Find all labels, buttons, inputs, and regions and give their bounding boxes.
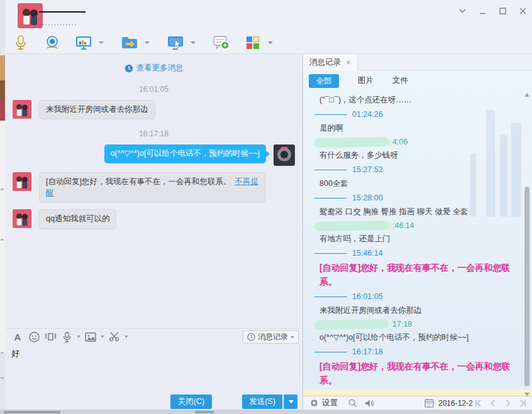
settings-label[interactable]: 设置 <box>322 398 338 408</box>
redaction-blob <box>314 220 389 231</box>
records-tab-label: 消息记录 <box>309 57 341 68</box>
redaction-blob <box>314 136 389 147</box>
records-list[interactable]: ("¯□¯)，这个点还在呀…… 01:24:26 是的啊 4:06 有什么服务，… <box>303 91 532 398</box>
chat-toolbar <box>5 31 532 54</box>
app-grid-icon[interactable] <box>245 35 261 51</box>
speaker-icon[interactable] <box>364 398 375 409</box>
chat-timestamp: 16:17:18 <box>5 129 302 138</box>
remote-desktop-caret-icon[interactable] <box>191 41 196 44</box>
record-message: 来我附近开房间或者去你那边 <box>319 304 520 317</box>
message-bubble[interactable]: qq通知我就可以的 <box>39 209 116 229</box>
records-filters: 全部 图片 文件 <box>303 70 532 91</box>
send-file-caret-icon[interactable] <box>145 41 150 44</box>
close-button[interactable]: 关闭(C) <box>170 395 212 409</box>
message-input[interactable]: 好 <box>5 345 302 395</box>
history-caret-icon <box>291 336 294 339</box>
image-caret-icon[interactable] <box>101 335 104 338</box>
chat-panel: 查看更多消息 16:01:05 来我附近开房间或者去你那边 16:17:18 o… <box>5 54 302 410</box>
magnifier-icon[interactable] <box>346 398 358 409</box>
chat-window: ············· <box>5 0 532 410</box>
filter-files[interactable]: 文件 <box>392 75 408 86</box>
prev-page-icon[interactable] <box>489 399 497 408</box>
audio-caret-icon[interactable] <box>77 335 80 338</box>
next-page-icon[interactable] <box>504 399 513 408</box>
chat-timestamp: 16:01:05 <box>5 85 302 94</box>
send-file-icon[interactable] <box>121 35 138 51</box>
message-bubble[interactable]: [自动回复]您好，我现在有事不在，一会再和您联系。不再提醒 <box>39 172 265 203</box>
outgoing-message-row: o(*^▽^*)o[可以给个电话不，预约的时候~~] <box>5 144 302 166</box>
incoming-message-row: qq通知我就可以的 <box>5 209 302 229</box>
incoming-message-row: [自动回复]您好，我现在有事不在，一会再和您联系。不再提醒 <box>5 172 302 203</box>
image-icon[interactable] <box>84 330 97 343</box>
record-autoreply-message: [自动回复]您好，我现在有事不在，一会再和您联系。 <box>319 359 520 387</box>
maximize-icon[interactable] <box>497 5 508 16</box>
audio-icon[interactable] <box>60 330 73 343</box>
history-button-label: 消息记录 <box>258 332 288 342</box>
message-bubble[interactable]: o(*^▽^*)o[可以给个电话不，预约的时候~~] <box>104 144 266 163</box>
send-button[interactable]: 发送(S) <box>242 395 282 409</box>
close-icon[interactable] <box>517 5 528 16</box>
self-avatar[interactable] <box>274 144 295 166</box>
load-more-label: 查看更多消息 <box>136 63 184 74</box>
filter-images[interactable]: 图片 <box>358 75 374 86</box>
record-message: o(*^▽^*)o[可以给个电话不，预约的时候~~] <box>319 331 520 344</box>
gear-icon[interactable] <box>308 398 319 409</box>
record-redacted-line: :46:14 <box>314 219 520 232</box>
background-window-strip <box>0 0 5 414</box>
redaction-blob <box>314 319 389 329</box>
records-date[interactable]: 2016-12-2 <box>438 399 473 408</box>
peer-avatar[interactable] <box>13 172 31 191</box>
record-time-divider: 16:17:18 <box>314 346 520 358</box>
emoticon-icon[interactable] <box>28 330 40 343</box>
message-records-panel: 消息记录 × 全部 图片 文件 ("¯□¯)，这个点还在呀…… 01:24:26… <box>302 54 532 410</box>
record-autoreply-message: [自动回复]您好，我现在有事不在，一会再和您联系。 <box>319 261 520 288</box>
message-history-button[interactable]: 消息记录 <box>243 330 299 344</box>
peer-avatar[interactable] <box>13 209 31 228</box>
chat-message-list: 查看更多消息 16:01:05 来我附近开房间或者去你那边 16:17:18 o… <box>5 54 302 328</box>
tab-message-records[interactable]: 消息记录 × <box>303 54 358 70</box>
window-shake-icon[interactable] <box>44 330 57 343</box>
record-message: 有地方吗，还是上门 <box>319 232 520 245</box>
screen-demo-icon[interactable] <box>75 35 92 51</box>
send-options-caret-icon[interactable] <box>284 395 297 409</box>
autoreply-text: [自动回复]您好，我现在有事不在，一会再和您联系。 <box>46 177 231 186</box>
record-time-divider: 16:01:05 <box>314 290 520 303</box>
screenshot-caret-icon[interactable] <box>125 335 128 338</box>
action-bar: 关闭(C) 发送(S) <box>5 395 302 410</box>
records-tab-bar: 消息记录 × <box>303 54 532 70</box>
incoming-message-row: 来我附近开房间或者去你那边 <box>5 100 302 120</box>
records-footer: 设置 2016-12-2 <box>303 396 532 410</box>
clock-icon <box>247 333 255 341</box>
first-page-icon[interactable] <box>474 399 482 408</box>
calendar-icon[interactable] <box>423 398 435 409</box>
scrollbar-thumb[interactable] <box>524 187 529 386</box>
peer-name-redacted <box>39 11 86 13</box>
last-page-icon[interactable] <box>519 399 528 408</box>
screenshot-icon[interactable] <box>108 330 121 343</box>
background-window-sliver <box>0 410 532 414</box>
records-scrollbar[interactable] <box>523 91 531 398</box>
input-toolbar: A <box>5 328 302 345</box>
window-skin-menu-icon[interactable] <box>457 5 468 16</box>
record-redacted-line: 17:18 <box>314 318 520 330</box>
minimize-icon[interactable] <box>477 5 488 16</box>
close-tab-icon[interactable]: × <box>346 58 351 67</box>
microphone-icon[interactable] <box>13 35 29 51</box>
peer-avatar[interactable] <box>13 100 31 119</box>
peer-signature: ············· <box>39 21 77 28</box>
load-more-messages-link[interactable]: 查看更多消息 <box>125 63 184 74</box>
remote-desktop-icon[interactable] <box>167 35 184 51</box>
message-bubble[interactable]: 来我附近开房间或者去你那边 <box>39 100 155 120</box>
webcam-icon[interactable] <box>44 35 60 51</box>
title-bar[interactable]: ············· <box>5 0 532 31</box>
scroll-up-icon[interactable] <box>524 93 529 97</box>
font-icon[interactable]: A <box>11 330 24 343</box>
multi-chat-icon[interactable] <box>213 35 230 51</box>
clock-icon <box>125 64 133 73</box>
record-message: ("¯□¯)，这个点还在呀…… <box>319 94 520 106</box>
filter-all[interactable]: 全部 <box>309 74 339 88</box>
app-grid-caret-icon[interactable] <box>268 41 273 44</box>
record-time-divider: 15:46:14 <box>314 247 520 259</box>
screen-demo-caret-icon[interactable] <box>99 41 104 44</box>
qq-chat-app: ············· <box>0 0 532 414</box>
